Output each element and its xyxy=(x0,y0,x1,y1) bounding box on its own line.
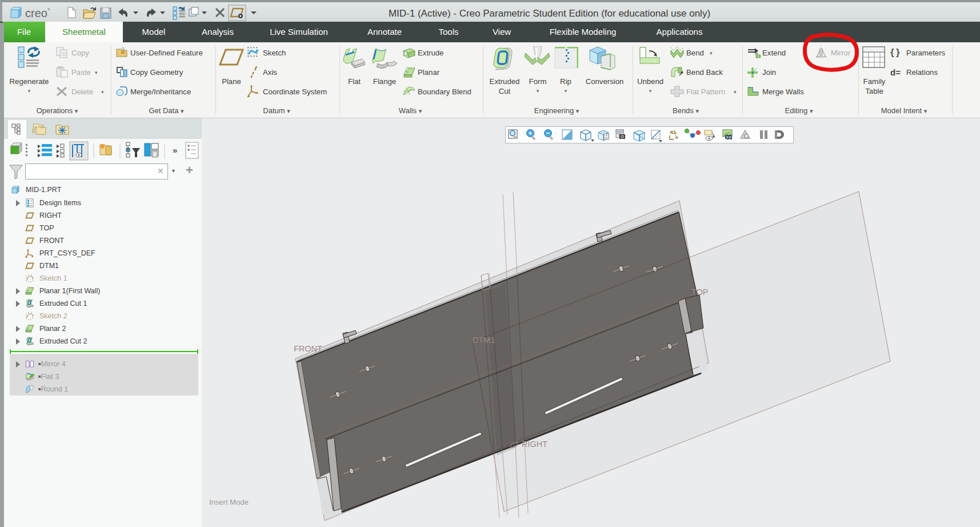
svg-text:TOP: TOP xyxy=(691,288,709,297)
svg-text:Insert Mode: Insert Mode xyxy=(209,498,249,506)
svg-text:»: » xyxy=(173,145,177,155)
svg-text:FRONT: FRONT xyxy=(294,344,322,353)
svg-text:DTM1: DTM1 xyxy=(473,336,495,345)
svg-text:creo°: creo° xyxy=(25,7,50,19)
svg-text:RIGHT: RIGHT xyxy=(522,440,547,449)
